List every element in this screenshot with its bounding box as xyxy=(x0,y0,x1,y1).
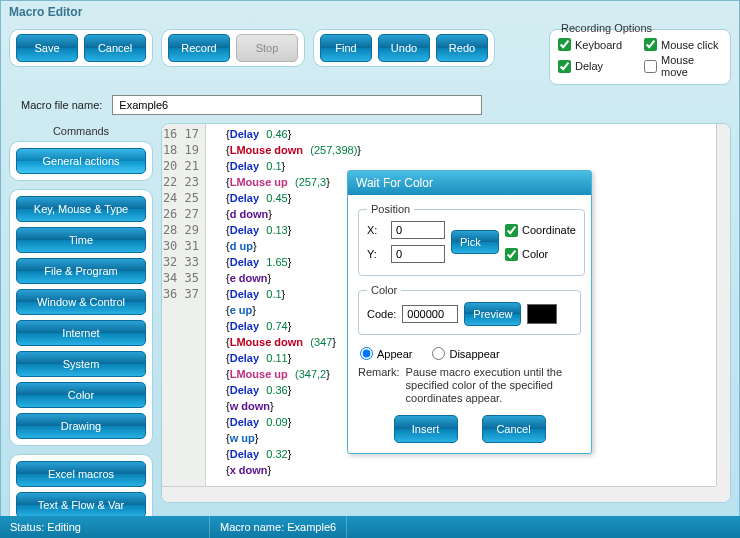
sidebar-item-color[interactable]: Color xyxy=(16,382,146,408)
disappear-radio[interactable]: Disappear xyxy=(432,347,499,360)
disappear-radio-input[interactable] xyxy=(432,347,445,360)
dialog-title: Wait For Color xyxy=(348,171,591,195)
sidebar-item-text-flow-var[interactable]: Text & Flow & Var xyxy=(16,492,146,518)
recording-options-legend: Recording Options xyxy=(558,22,655,34)
redo-button[interactable]: Redo xyxy=(436,34,488,62)
scroll-corner xyxy=(716,486,730,502)
sidebar-group: Key, Mouse & TypeTimeFile & ProgramWindo… xyxy=(9,189,153,446)
sidebar-item-drawing[interactable]: Drawing xyxy=(16,413,146,439)
sidebar-item-time[interactable]: Time xyxy=(16,227,146,253)
line-gutter: 16 17 18 19 20 21 22 23 24 25 26 27 28 2… xyxy=(162,124,206,486)
remark-text: Pause macro execution until the specifie… xyxy=(406,366,581,405)
sidebar-item-excel-macros[interactable]: Excel macros xyxy=(16,461,146,487)
y-label: Y: xyxy=(367,248,385,260)
opt-mouse-click[interactable]: Mouse click xyxy=(644,38,722,51)
color-swatch xyxy=(527,304,557,324)
opt-keyboard[interactable]: Keyboard xyxy=(558,38,636,51)
toolbar-group-file: Save Cancel xyxy=(9,29,153,67)
recording-options: Recording Options Keyboard Mouse click D… xyxy=(549,29,731,85)
position-legend: Position xyxy=(367,203,414,215)
preview-button[interactable]: Preview xyxy=(464,302,521,326)
appear-label: Appear xyxy=(377,348,412,360)
insert-button[interactable]: Insert xyxy=(394,415,458,443)
sidebar-item-general-actions[interactable]: General actions xyxy=(16,148,146,174)
horizontal-scrollbar[interactable] xyxy=(162,486,716,502)
status-left: Status: Editing xyxy=(0,516,210,538)
appear-radio[interactable]: Appear xyxy=(360,347,412,360)
cancel-button[interactable]: Cancel xyxy=(84,34,146,62)
opt-delay[interactable]: Delay xyxy=(558,54,636,78)
record-button[interactable]: Record xyxy=(168,34,230,62)
sidebar: Commands General actionsKey, Mouse & Typ… xyxy=(1,123,161,503)
vertical-scrollbar[interactable] xyxy=(716,124,730,486)
coordinate-checkbox[interactable] xyxy=(505,224,518,237)
file-name-row: Macro file name: xyxy=(1,91,739,123)
color-fieldset: Color Code: Preview xyxy=(358,284,581,335)
code-label: Code: xyxy=(367,308,396,320)
sidebar-group: Excel macrosText & Flow & Var xyxy=(9,454,153,525)
macro-editor-window: Macro Editor Save Cancel Record Stop Fin… xyxy=(0,0,740,538)
sidebar-item-file-program[interactable]: File & Program xyxy=(16,258,146,284)
disappear-label: Disappear xyxy=(449,348,499,360)
mode-radios: Appear Disappear xyxy=(358,343,581,366)
stop-button: Stop xyxy=(236,34,298,62)
sidebar-item-window-control[interactable]: Window & Control xyxy=(16,289,146,315)
sidebar-item-internet[interactable]: Internet xyxy=(16,320,146,346)
opt-mouse-move[interactable]: Mouse move xyxy=(644,54,722,78)
toolbar-group-edit: Find Undo Redo xyxy=(313,29,495,67)
remark-label: Remark: xyxy=(358,366,400,405)
opt-mouse-click-check[interactable] xyxy=(644,38,657,51)
appear-radio-input[interactable] xyxy=(360,347,373,360)
color-checkbox[interactable] xyxy=(505,248,518,261)
toolbar: Save Cancel Record Stop Find Undo Redo R… xyxy=(1,23,739,91)
position-fieldset: Position X: Pick Coordinate Y: Color xyxy=(358,203,585,276)
color-check-label: Color xyxy=(522,248,548,260)
color-check[interactable]: Color xyxy=(505,248,576,261)
pick-button[interactable]: Pick xyxy=(451,230,499,254)
opt-mouse-move-check[interactable] xyxy=(644,60,657,73)
remark: Remark: Pause macro execution until the … xyxy=(358,366,581,405)
window-title: Macro Editor xyxy=(1,1,739,23)
commands-label: Commands xyxy=(9,123,153,141)
status-bar: Status: Editing Macro name: Example6 xyxy=(0,516,740,538)
coordinate-check[interactable]: Coordinate xyxy=(505,224,576,237)
coordinate-label: Coordinate xyxy=(522,224,576,236)
color-code-input[interactable] xyxy=(402,305,458,323)
save-button[interactable]: Save xyxy=(16,34,78,62)
file-name-label: Macro file name: xyxy=(21,99,102,111)
sidebar-group: General actions xyxy=(9,141,153,181)
find-button[interactable]: Find xyxy=(320,34,372,62)
status-right: Macro name: Example6 xyxy=(210,516,347,538)
dialog-cancel-button[interactable]: Cancel xyxy=(482,415,546,443)
file-name-input[interactable] xyxy=(112,95,482,115)
opt-keyboard-check[interactable] xyxy=(558,38,571,51)
opt-delay-check[interactable] xyxy=(558,60,571,73)
wait-for-color-dialog: Wait For Color Position X: Pick Coordina… xyxy=(347,170,592,454)
undo-button[interactable]: Undo xyxy=(378,34,430,62)
opt-delay-label: Delay xyxy=(575,60,603,72)
opt-keyboard-label: Keyboard xyxy=(575,39,622,51)
opt-mouse-move-label: Mouse move xyxy=(661,54,722,78)
sidebar-item-system[interactable]: System xyxy=(16,351,146,377)
x-label: X: xyxy=(367,224,385,236)
y-input[interactable] xyxy=(391,245,445,263)
color-legend: Color xyxy=(367,284,401,296)
toolbar-group-record: Record Stop xyxy=(161,29,305,67)
x-input[interactable] xyxy=(391,221,445,239)
opt-mouse-click-label: Mouse click xyxy=(661,39,718,51)
sidebar-item-key-mouse-type[interactable]: Key, Mouse & Type xyxy=(16,196,146,222)
